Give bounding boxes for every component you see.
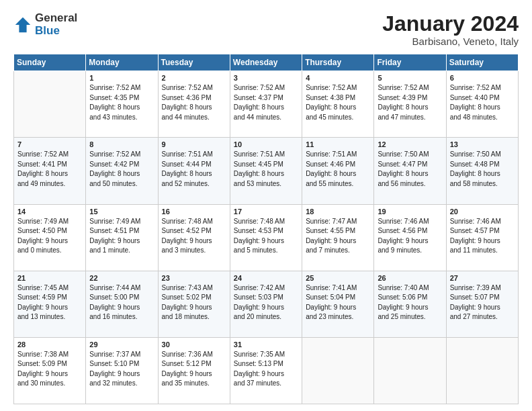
day-number: 22 bbox=[89, 274, 154, 282]
day-number: 1 bbox=[89, 74, 154, 82]
table-row: 16Sunrise: 7:48 AMSunset: 4:52 PMDayligh… bbox=[158, 204, 230, 271]
cell-info: Sunrise: 7:52 AMSunset: 4:39 PMDaylight:… bbox=[378, 83, 442, 122]
calendar-row: 1Sunrise: 7:52 AMSunset: 4:35 PMDaylight… bbox=[14, 71, 519, 138]
col-thursday: Thursday bbox=[302, 54, 374, 71]
logo-text: General Blue bbox=[35, 12, 77, 37]
table-row: 9Sunrise: 7:51 AMSunset: 4:44 PMDaylight… bbox=[158, 138, 230, 204]
table-row: 20Sunrise: 7:46 AMSunset: 4:57 PMDayligh… bbox=[446, 204, 518, 271]
col-sunday: Sunday bbox=[14, 54, 86, 71]
cell-info: Sunrise: 7:46 AMSunset: 4:57 PMDaylight:… bbox=[450, 217, 515, 256]
day-number: 23 bbox=[162, 274, 226, 282]
title-block: January 2024 Barbisano, Veneto, Italy bbox=[382, 12, 519, 47]
calendar-row: 14Sunrise: 7:49 AMSunset: 4:50 PMDayligh… bbox=[14, 204, 519, 271]
day-number: 19 bbox=[378, 208, 442, 216]
subtitle: Barbisano, Veneto, Italy bbox=[382, 36, 519, 47]
table-row: 19Sunrise: 7:46 AMSunset: 4:56 PMDayligh… bbox=[374, 204, 446, 271]
day-number: 17 bbox=[234, 208, 298, 216]
logo-icon bbox=[13, 15, 32, 34]
cell-info: Sunrise: 7:52 AMSunset: 4:37 PMDaylight:… bbox=[234, 83, 298, 122]
cell-info: Sunrise: 7:45 AMSunset: 4:59 PMDaylight:… bbox=[17, 283, 82, 322]
cell-info: Sunrise: 7:35 AMSunset: 5:13 PMDaylight:… bbox=[234, 350, 298, 389]
table-row: 11Sunrise: 7:51 AMSunset: 4:46 PMDayligh… bbox=[302, 138, 374, 204]
cell-info: Sunrise: 7:52 AMSunset: 4:42 PMDaylight:… bbox=[89, 150, 154, 189]
table-row bbox=[302, 337, 374, 404]
day-number: 18 bbox=[306, 208, 370, 216]
day-number: 12 bbox=[378, 140, 442, 148]
calendar-row: 28Sunrise: 7:38 AMSunset: 5:09 PMDayligh… bbox=[14, 337, 519, 404]
main-title: January 2024 bbox=[382, 12, 519, 36]
day-number: 6 bbox=[450, 74, 515, 82]
cell-info: Sunrise: 7:48 AMSunset: 4:53 PMDaylight:… bbox=[234, 217, 298, 256]
cell-info: Sunrise: 7:48 AMSunset: 4:52 PMDaylight:… bbox=[162, 217, 226, 256]
table-row: 21Sunrise: 7:45 AMSunset: 4:59 PMDayligh… bbox=[14, 271, 86, 337]
page: General Blue January 2024 Barbisano, Ven… bbox=[0, 0, 532, 411]
svg-marker-0 bbox=[15, 17, 30, 32]
table-row: 12Sunrise: 7:50 AMSunset: 4:47 PMDayligh… bbox=[374, 138, 446, 204]
table-row: 6Sunrise: 7:52 AMSunset: 4:40 PMDaylight… bbox=[446, 71, 518, 138]
table-row: 25Sunrise: 7:41 AMSunset: 5:04 PMDayligh… bbox=[302, 271, 374, 337]
cell-info: Sunrise: 7:52 AMSunset: 4:38 PMDaylight:… bbox=[306, 83, 370, 122]
cell-info: Sunrise: 7:47 AMSunset: 4:55 PMDaylight:… bbox=[306, 217, 370, 256]
cell-info: Sunrise: 7:52 AMSunset: 4:36 PMDaylight:… bbox=[162, 83, 226, 122]
table-row: 7Sunrise: 7:52 AMSunset: 4:41 PMDaylight… bbox=[14, 138, 86, 204]
day-number: 2 bbox=[162, 74, 226, 82]
day-number: 7 bbox=[17, 140, 82, 148]
col-saturday: Saturday bbox=[446, 54, 518, 71]
day-number: 25 bbox=[306, 274, 370, 282]
col-monday: Monday bbox=[86, 54, 158, 71]
day-number: 28 bbox=[17, 340, 82, 349]
day-number: 26 bbox=[378, 274, 442, 282]
cell-info: Sunrise: 7:52 AMSunset: 4:35 PMDaylight:… bbox=[89, 83, 154, 122]
table-row: 4Sunrise: 7:52 AMSunset: 4:38 PMDaylight… bbox=[302, 71, 374, 138]
cell-info: Sunrise: 7:41 AMSunset: 5:04 PMDaylight:… bbox=[306, 283, 370, 322]
table-row: 24Sunrise: 7:42 AMSunset: 5:03 PMDayligh… bbox=[230, 271, 302, 337]
cell-info: Sunrise: 7:40 AMSunset: 5:06 PMDaylight:… bbox=[378, 283, 442, 322]
day-number: 14 bbox=[17, 208, 82, 216]
cell-info: Sunrise: 7:49 AMSunset: 4:50 PMDaylight:… bbox=[17, 217, 82, 256]
logo-general-text: General bbox=[35, 12, 77, 25]
col-friday: Friday bbox=[374, 54, 446, 71]
cell-info: Sunrise: 7:37 AMSunset: 5:10 PMDaylight:… bbox=[89, 350, 154, 389]
cell-info: Sunrise: 7:42 AMSunset: 5:03 PMDaylight:… bbox=[234, 283, 298, 322]
logo: General Blue bbox=[13, 12, 77, 37]
table-row bbox=[374, 337, 446, 404]
cell-info: Sunrise: 7:50 AMSunset: 4:48 PMDaylight:… bbox=[450, 150, 515, 189]
table-row: 13Sunrise: 7:50 AMSunset: 4:48 PMDayligh… bbox=[446, 138, 518, 204]
table-row: 17Sunrise: 7:48 AMSunset: 4:53 PMDayligh… bbox=[230, 204, 302, 271]
table-row: 28Sunrise: 7:38 AMSunset: 5:09 PMDayligh… bbox=[14, 337, 86, 404]
table-row: 2Sunrise: 7:52 AMSunset: 4:36 PMDaylight… bbox=[158, 71, 230, 138]
calendar-table: Sunday Monday Tuesday Wednesday Thursday… bbox=[13, 54, 519, 404]
table-row: 10Sunrise: 7:51 AMSunset: 4:45 PMDayligh… bbox=[230, 138, 302, 204]
col-wednesday: Wednesday bbox=[230, 54, 302, 71]
cell-info: Sunrise: 7:38 AMSunset: 5:09 PMDaylight:… bbox=[17, 350, 82, 389]
table-row: 15Sunrise: 7:49 AMSunset: 4:51 PMDayligh… bbox=[86, 204, 158, 271]
table-row: 5Sunrise: 7:52 AMSunset: 4:39 PMDaylight… bbox=[374, 71, 446, 138]
table-row: 27Sunrise: 7:39 AMSunset: 5:07 PMDayligh… bbox=[446, 271, 518, 337]
day-number: 9 bbox=[162, 140, 226, 148]
table-row: 22Sunrise: 7:44 AMSunset: 5:00 PMDayligh… bbox=[86, 271, 158, 337]
day-number: 8 bbox=[89, 140, 154, 148]
day-number: 20 bbox=[450, 208, 515, 216]
cell-info: Sunrise: 7:46 AMSunset: 4:56 PMDaylight:… bbox=[378, 217, 442, 256]
cell-info: Sunrise: 7:36 AMSunset: 5:12 PMDaylight:… bbox=[162, 350, 226, 389]
cell-info: Sunrise: 7:51 AMSunset: 4:46 PMDaylight:… bbox=[306, 150, 370, 189]
cell-info: Sunrise: 7:51 AMSunset: 4:45 PMDaylight:… bbox=[234, 150, 298, 189]
day-number: 16 bbox=[162, 208, 226, 216]
table-row bbox=[446, 337, 518, 404]
day-number: 21 bbox=[17, 274, 82, 282]
day-number: 24 bbox=[234, 274, 298, 282]
table-row: 18Sunrise: 7:47 AMSunset: 4:55 PMDayligh… bbox=[302, 204, 374, 271]
cell-info: Sunrise: 7:51 AMSunset: 4:44 PMDaylight:… bbox=[162, 150, 226, 189]
day-number: 5 bbox=[378, 74, 442, 82]
cell-info: Sunrise: 7:43 AMSunset: 5:02 PMDaylight:… bbox=[162, 283, 226, 322]
table-row: 1Sunrise: 7:52 AMSunset: 4:35 PMDaylight… bbox=[86, 71, 158, 138]
day-number: 15 bbox=[89, 208, 154, 216]
table-row: 23Sunrise: 7:43 AMSunset: 5:02 PMDayligh… bbox=[158, 271, 230, 337]
day-number: 10 bbox=[234, 140, 298, 148]
header: General Blue January 2024 Barbisano, Ven… bbox=[13, 12, 519, 47]
table-row: 30Sunrise: 7:36 AMSunset: 5:12 PMDayligh… bbox=[158, 337, 230, 404]
cell-info: Sunrise: 7:49 AMSunset: 4:51 PMDaylight:… bbox=[89, 217, 154, 256]
day-number: 4 bbox=[306, 74, 370, 82]
day-number: 29 bbox=[89, 340, 154, 349]
day-number: 13 bbox=[450, 140, 515, 148]
